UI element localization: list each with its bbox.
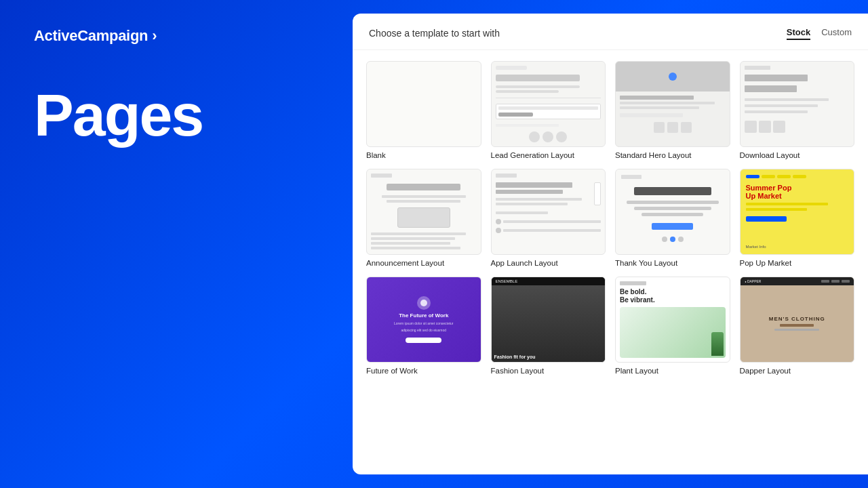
standard-hero-label: Standard Hero Layout bbox=[615, 151, 730, 159]
tab-custom[interactable]: Custom bbox=[821, 26, 852, 40]
announcement-thumb bbox=[366, 169, 481, 255]
announcement-label: Announcement Layout bbox=[366, 259, 481, 267]
header-tabs: Stock Custom bbox=[787, 26, 852, 40]
logo-text: ActiveCampaign bbox=[34, 27, 148, 45]
fashion-thumb: ENSEMBLE Fashion fit for you bbox=[491, 277, 606, 363]
template-app-launch[interactable]: App Launch Layout bbox=[491, 169, 606, 267]
dapper-thumb: ⬥ DAPPER Men's Clothing bbox=[740, 277, 855, 363]
thank-you-label: Thank You Layout bbox=[615, 259, 730, 267]
logo-arrow: › bbox=[152, 27, 157, 45]
lead-gen-label: Lead Generation Layout bbox=[491, 151, 606, 159]
plant-label: Plant Layout bbox=[615, 367, 730, 375]
template-fashion[interactable]: ENSEMBLE Fashion fit for you Fashion Lay… bbox=[491, 277, 606, 375]
future-work-label: Future of Work bbox=[366, 367, 481, 375]
panel-header: Choose a template to start with Stock Cu… bbox=[353, 14, 868, 50]
template-dapper[interactable]: ⬥ DAPPER Men's Clothing Dapper Layout bbox=[740, 277, 855, 375]
page-title: Pages bbox=[34, 85, 319, 145]
template-announcement[interactable]: Announcement Layout bbox=[366, 169, 481, 267]
plant-thumb: Be bold.Be vibrant. bbox=[615, 277, 730, 363]
left-panel: ActiveCampaign › Pages bbox=[0, 0, 353, 488]
tab-stock[interactable]: Stock bbox=[787, 26, 810, 40]
template-future-work[interactable]: The Future of Work Lorem ipsum dolor sit… bbox=[366, 277, 481, 375]
fashion-label: Fashion Layout bbox=[491, 367, 606, 375]
thank-you-thumb bbox=[615, 169, 730, 255]
download-thumb bbox=[740, 61, 855, 147]
template-blank[interactable]: Blank bbox=[366, 61, 481, 159]
template-thank-you[interactable]: Thank You Layout bbox=[615, 169, 730, 267]
blank-label: Blank bbox=[366, 151, 481, 159]
dapper-label: Dapper Layout bbox=[740, 367, 855, 375]
app-launch-thumb bbox=[491, 169, 606, 255]
purple-thumb: The Future of Work Lorem ipsum dolor sit… bbox=[366, 277, 481, 363]
logo: ActiveCampaign › bbox=[34, 27, 319, 45]
templates-grid: Blank bbox=[353, 50, 868, 474]
download-label: Download Layout bbox=[740, 151, 855, 159]
template-popup-market[interactable]: Summer PopUp Market Market Info Pop Up M… bbox=[740, 169, 855, 267]
lead-gen-thumb bbox=[491, 61, 606, 147]
app-launch-label: App Launch Layout bbox=[491, 259, 606, 267]
standard-hero-thumb bbox=[615, 61, 730, 147]
template-download[interactable]: Download Layout bbox=[740, 61, 855, 159]
template-plant[interactable]: Be bold.Be vibrant. Plant Layout bbox=[615, 277, 730, 375]
blank-thumb bbox=[366, 61, 481, 147]
popup-market-label: Pop Up Market bbox=[740, 259, 855, 267]
template-lead-gen[interactable]: Lead Generation Layout bbox=[491, 61, 606, 159]
popup-thumb: Summer PopUp Market Market Info bbox=[740, 169, 855, 255]
template-standard-hero[interactable]: Standard Hero Layout bbox=[615, 61, 730, 159]
right-panel: Choose a template to start with Stock Cu… bbox=[353, 14, 868, 474]
header-title: Choose a template to start with bbox=[369, 28, 500, 39]
